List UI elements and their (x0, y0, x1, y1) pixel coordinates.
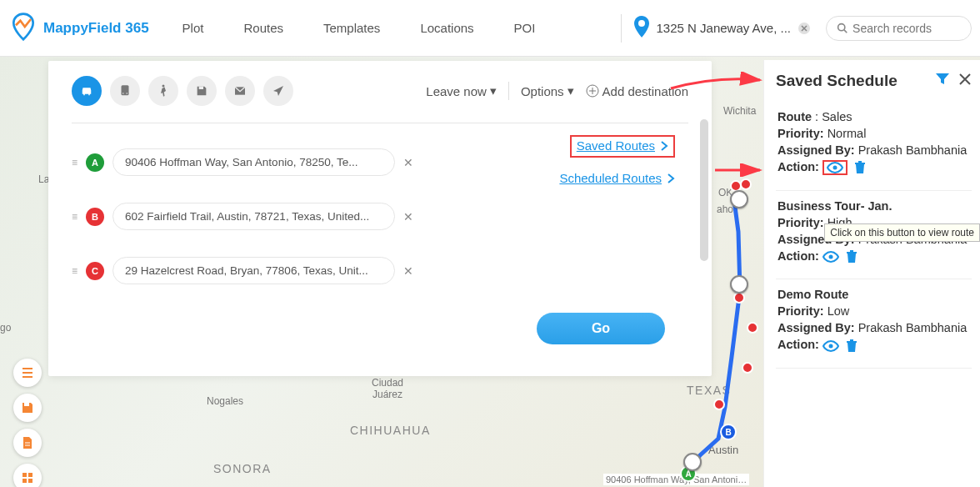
remove-waypoint-button[interactable]: ✕ (403, 156, 413, 169)
assigned-value: Prakash Bambhania (858, 143, 968, 157)
assigned-label: Assigned By: (778, 143, 855, 157)
clear-location-button[interactable] (798, 22, 811, 35)
panel-scrollbar[interactable] (700, 119, 708, 359)
assigned-value: Prakash Bambhania (858, 321, 968, 334)
delete-route-button[interactable] (846, 250, 858, 264)
action-label: Action: (778, 249, 819, 263)
drag-handle-icon[interactable]: ≡ (72, 265, 78, 277)
view-route-button[interactable] (822, 340, 839, 352)
map-label-wichita: Wichita (723, 105, 756, 117)
svg-point-18 (828, 344, 832, 348)
action-label: Action: (778, 160, 819, 173)
view-route-button[interactable] (822, 160, 848, 175)
action-label: Action: (778, 338, 819, 351)
svg-point-17 (828, 255, 832, 259)
route-value: Business Tour- Jan. (778, 199, 970, 213)
map-label-nogales: Nogales (207, 395, 243, 407)
waypoint-row: ≡ B 602 Fairfield Trail, Austin, 78721, … (72, 203, 413, 230)
svg-point-16 (832, 166, 837, 170)
svg-point-7 (162, 85, 165, 88)
location-pin-icon (633, 16, 650, 41)
schedule-card: Route : Sales Priority: Normal Assigned … (776, 102, 972, 191)
leave-now-dropdown[interactable]: Leave now▾ (426, 83, 497, 98)
go-button[interactable]: Go (537, 313, 665, 344)
remove-waypoint-button[interactable]: ✕ (403, 210, 413, 223)
fab-save-button[interactable] (13, 394, 42, 422)
priority-value: Normal (828, 127, 867, 140)
saved-routes-link[interactable]: Saved Routes (570, 135, 675, 158)
chevron-right-icon (660, 141, 668, 151)
map-label-chihuahua: CHIHUAHUA (350, 424, 431, 437)
map-label-austin: Austin (708, 444, 738, 456)
route-panel: Leave now▾ Options▾ Add destination ≡ A … (48, 61, 712, 376)
drag-handle-icon[interactable]: ≡ (72, 211, 78, 223)
svg-rect-8 (199, 87, 203, 89)
waypoint-address-input[interactable]: 29 Hazelcrest Road, Bryan, 77806, Texas,… (112, 257, 395, 284)
schedule-card: Demo Route Priority: Low Assigned By: Pr… (776, 279, 972, 368)
view-route-button[interactable] (822, 251, 839, 263)
remove-waypoint-button[interactable]: ✕ (403, 264, 413, 278)
map-label-go: go (0, 322, 11, 334)
fab-list-button[interactable] (13, 359, 42, 387)
drag-handle-icon[interactable]: ≡ (72, 157, 78, 168)
logo-icon (8, 12, 38, 45)
delete-route-button[interactable] (846, 339, 858, 353)
side-fab-column (13, 359, 42, 487)
filter-icon[interactable] (935, 72, 950, 90)
map-label-hoffman: 90406 Hoffman Way, San Antoni… (603, 474, 749, 485)
app-header: MappyField 365 Plot Routes Templates Loc… (0, 0, 980, 57)
view-route-tooltip: Click on this button to view route (824, 223, 980, 242)
svg-rect-15 (28, 479, 32, 483)
nav-templates[interactable]: Templates (323, 21, 380, 35)
plus-circle-icon (586, 84, 599, 98)
priority-label: Priority: (778, 216, 824, 229)
save-route-button[interactable] (187, 76, 217, 106)
options-dropdown[interactable]: Options▾ (521, 83, 574, 98)
waypoint-address-input[interactable]: 90406 Hoffman Way, San Antonio, 78250, T… (112, 148, 395, 176)
route-value: Sales (822, 110, 852, 123)
waypoint-marker-a: A (86, 153, 104, 172)
nav-plot[interactable]: Plot (182, 21, 204, 35)
svg-point-2 (838, 24, 845, 31)
scheduled-routes-link[interactable]: Scheduled Routes (559, 171, 675, 185)
chevron-down-icon: ▾ (490, 83, 497, 98)
search-input[interactable] (826, 16, 972, 41)
nav-locations[interactable]: Locations (420, 21, 473, 35)
waypoint-marker-c: C (86, 262, 104, 280)
svg-rect-4 (122, 85, 129, 95)
mode-driving-button[interactable] (72, 76, 102, 106)
svg-point-6 (127, 93, 128, 94)
waypoint-marker-b: B (86, 208, 104, 226)
close-panel-button[interactable] (958, 73, 972, 89)
search-field[interactable] (852, 22, 961, 35)
email-route-button[interactable] (225, 76, 255, 106)
waypoint-list: ≡ A 90406 Hoffman Way, San Antonio, 7825… (72, 122, 413, 284)
chevron-right-icon (667, 173, 675, 183)
priority-value: Low (828, 304, 850, 318)
map-label-sonora: SONORA (213, 462, 272, 475)
add-destination-button[interactable]: Add destination (586, 84, 688, 98)
main-nav: Plot Routes Templates Locations POI (182, 21, 536, 35)
map-label-texas: TEXAS (687, 384, 731, 397)
travel-mode-row: Leave now▾ Options▾ Add destination (72, 76, 688, 106)
current-location-text: 1325 N Janeway Ave, ... (657, 21, 792, 35)
svg-point-5 (122, 93, 124, 94)
navigate-button[interactable] (263, 76, 293, 106)
svg-line-3 (844, 30, 847, 33)
nav-poi[interactable]: POI (514, 21, 536, 35)
waypoint-row: ≡ A 90406 Hoffman Way, San Antonio, 7825… (72, 148, 413, 176)
waypoint-row: ≡ C 29 Hazelcrest Road, Bryan, 77806, Te… (72, 257, 413, 284)
fab-grid-button[interactable] (13, 464, 42, 487)
map-label-aho: aho (717, 203, 733, 215)
chevron-down-icon: ▾ (568, 83, 574, 98)
mode-walking-button[interactable] (148, 76, 178, 106)
priority-label: Priority: (778, 304, 824, 318)
waypoint-address-input[interactable]: 602 Fairfield Trail, Austin, 78721, Texa… (112, 203, 395, 230)
fab-document-button[interactable] (13, 429, 42, 457)
assigned-label: Assigned By: (778, 321, 855, 334)
mode-transit-button[interactable] (110, 76, 140, 106)
svg-rect-13 (28, 473, 32, 477)
delete-route-button[interactable] (854, 161, 866, 174)
app-logo: MappyField 365 (8, 12, 149, 45)
nav-routes[interactable]: Routes (243, 21, 283, 35)
